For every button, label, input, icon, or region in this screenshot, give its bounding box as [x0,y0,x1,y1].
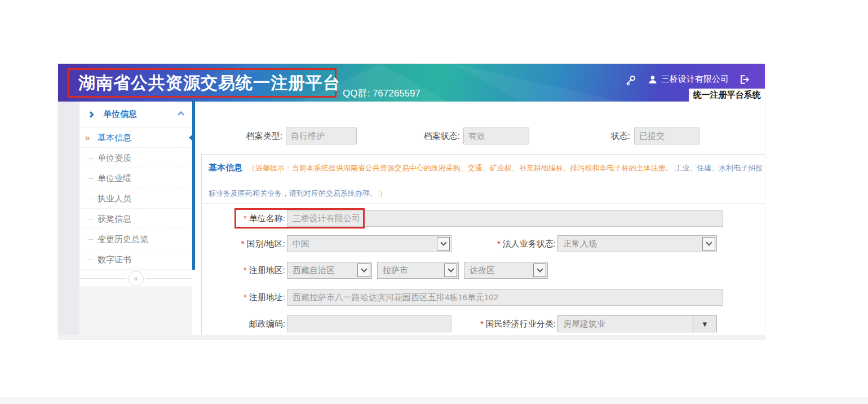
address-field[interactable] [287,289,723,306]
region-city-select[interactable]: 拉萨市 [377,262,459,279]
industry-select[interactable]: 房屋建筑业 ▼ [557,315,717,332]
logout-icon[interactable] [739,74,750,85]
app-window: 湖南省公共资源交易统一注册平台 QQ群: 767265597 三桥设计有限公司 … [58,64,765,339]
chevron-down-icon [706,239,712,245]
industry-label: *国民经济行业分类: [454,315,556,332]
dropdown-box[interactable] [444,264,457,277]
archive-status-field[interactable] [463,128,529,144]
active-item-marker: » [85,128,90,148]
required-asterisk: * [241,239,245,248]
user-icon [648,74,658,85]
qq-group-label: QQ群: 767265597 [343,87,420,100]
user-company-name: 三桥设计有限公司 [661,74,729,85]
divider [146,278,193,279]
sidebar-item-awards[interactable]: 获奖信息 [79,209,192,229]
region-district-select[interactable]: 达孜区 [464,262,548,279]
left-gutter [58,102,79,339]
country-value: 中国 [293,239,309,249]
sidebar: 单位信息 » 基本信息 单位资质 单位业绩 执业人员 [79,102,192,339]
region-label: *注册地区: [202,262,285,279]
sidebar-group-unit-info[interactable]: 单位信息 [79,102,192,128]
country-label: *国别/地区: [202,235,285,252]
legal-status-value: 正常入场 [563,239,597,249]
status-label: 状态: [556,128,630,144]
system-tab[interactable]: 统一注册平台系统 [689,89,765,102]
sidebar-item-label: 基本信息 [98,133,131,142]
basic-info-section: 基本信息 （温馨提示：当前本系统提供湖南省公共资源交易中心的政府采购、交通、矿业… [201,154,765,339]
section-title: 基本信息 [209,163,242,172]
legal-status-select[interactable]: 正常入场 [557,235,717,252]
chevron-down-icon [448,266,454,272]
chevron-down-icon [537,266,543,272]
postal-code-label: 邮政编码: [202,315,285,332]
sidebar-item-label: 执业人员 [98,194,131,203]
country-select[interactable]: 中国 [287,235,451,252]
sidebar-item-unit-qualification[interactable]: 单位资质 [79,148,192,168]
legal-status-label: *法人业务状态: [454,235,556,252]
industry-value: 房屋建筑业 [563,319,605,330]
required-asterisk: * [243,292,247,302]
notice-text: （温馨提示：当前本系统提供湖南省公共资源交易中心的政府采购、交通、矿业权、补充耕… [248,164,673,172]
sidebar-item-unit-performance[interactable]: 单位业绩 [79,168,192,188]
sidebar-item-label: 单位业绩 [98,173,131,183]
active-item-arrow [189,133,195,143]
sidebar-item-change-history[interactable]: 变更历史总览 [79,229,192,249]
archive-type-field[interactable] [286,128,357,144]
region-province-select[interactable]: 西藏自治区 [287,262,372,279]
dropdown-box[interactable] [357,264,370,277]
sidebar-item-basic-info[interactable]: » 基本信息 [79,128,192,148]
page-title: 湖南省公共资源交易统一注册平台 [69,72,340,95]
chevron-down-icon [361,266,367,272]
main-content: 档案类型: 档案状态: 状态: 基本信息 （温馨提示：当前本系统提供湖南省公共资… [195,102,765,339]
postal-code-field[interactable] [287,315,451,332]
dropdown-box[interactable] [437,237,450,251]
sidebar-item-practitioners[interactable]: 执业人员 [79,188,192,209]
app-body: 单位信息 » 基本信息 单位资质 单位业绩 执业人员 [58,102,765,339]
app-bottom-strip [58,335,765,339]
region-city-value: 拉萨市 [383,265,408,276]
page-footer-band [0,397,868,404]
sidebar-item-label: 单位资质 [98,153,131,163]
banner-decoration [453,64,622,102]
chevron-right-icon [87,111,94,117]
status-field[interactable] [634,128,699,144]
title-highlight-box: 湖南省公共资源交易统一注册平台 [68,68,336,98]
chevron-up-icon [178,111,184,117]
unit-name-label: *单位名称: [202,210,285,227]
sidebar-menu: » 基本信息 单位资质 单位业绩 执业人员 获奖信息 [79,128,192,270]
sidebar-item-label: 获奖信息 [98,214,131,223]
industry-dropdown-button[interactable]: ▼ [693,316,716,332]
region-province-value: 西藏自治区 [293,265,335,276]
archive-status-label: 档案状态: [381,128,460,144]
notice-text: ） [379,189,387,197]
dropdown-box[interactable] [533,264,546,277]
collapse-sidebar-button[interactable]: « [129,271,144,286]
user-account[interactable]: 三桥设计有限公司 [648,74,729,85]
required-asterisk: * [243,213,247,223]
sidebar-group-label: 单位信息 [103,109,137,120]
sidebar-footer-area [79,287,192,339]
divider [79,278,126,279]
sidebar-collapse-row: « [79,270,192,287]
header-banner: 湖南省公共资源交易统一注册平台 QQ群: 767265597 三桥设计有限公司 … [58,64,765,102]
archive-type-label: 档案类型: [206,128,282,144]
region-district-value: 达孜区 [470,265,495,276]
chevron-down-icon [440,239,446,245]
dropdown-box[interactable] [702,237,715,251]
required-asterisk: * [497,239,501,248]
page: 湖南省公共资源交易统一注册平台 QQ群: 767265597 三桥设计有限公司 … [0,0,868,404]
required-asterisk: * [243,265,247,275]
sidebar-item-label: 变更历史总览 [98,234,148,244]
required-asterisk: * [480,319,484,328]
section-header: 基本信息 （温馨提示：当前本系统提供湖南省公共资源交易中心的政府采购、交通、矿业… [202,155,765,204]
address-label: *注册地址: [202,289,285,306]
sidebar-item-digital-certificate[interactable]: 数字证书 [79,249,192,270]
sidebar-item-label: 数字证书 [98,254,131,264]
key-icon[interactable] [625,74,636,86]
unit-name-field[interactable] [287,210,723,227]
